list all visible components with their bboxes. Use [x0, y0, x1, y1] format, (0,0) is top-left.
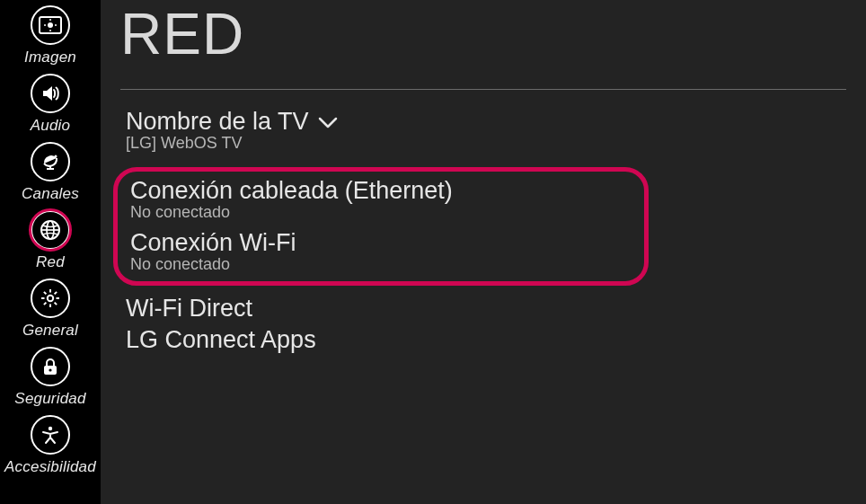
chevron-down-icon	[318, 108, 338, 136]
setting-wifi-direct[interactable]: Wi-Fi Direct	[126, 289, 846, 326]
sidebar-item-label: Imagen	[24, 49, 76, 66]
row-label: Wi-Fi Direct	[126, 295, 252, 323]
svg-line-19	[44, 303, 47, 305]
row-label: LG Connect Apps	[126, 326, 316, 354]
row-label: Conexión Wi-Fi	[130, 229, 296, 257]
sidebar-item-label: General	[22, 322, 78, 340]
accessibility-icon	[31, 415, 70, 455]
sidebar: Imagen Audio C	[0, 0, 101, 504]
svg-point-9	[41, 221, 59, 239]
dish-icon	[31, 142, 70, 181]
brightness-icon	[31, 5, 70, 45]
row-status: No conectado	[130, 203, 632, 222]
sidebar-item-label: Audio	[31, 117, 70, 135]
setting-ethernet[interactable]: Conexión cableada (Ethernet) No conectad…	[130, 175, 632, 227]
svg-point-10	[47, 221, 54, 239]
sidebar-item-label: Accesibilidad	[4, 458, 96, 476]
sidebar-item-red[interactable]: Red	[0, 210, 101, 271]
speaker-icon	[31, 74, 70, 113]
setting-lg-connect[interactable]: LG Connect Apps	[126, 326, 846, 363]
sidebar-item-general[interactable]: General	[0, 279, 101, 340]
sidebar-item-label: Red	[36, 253, 65, 271]
globe-icon	[31, 210, 70, 250]
page-title: RED	[120, 0, 846, 69]
divider	[120, 89, 846, 90]
svg-line-17	[44, 292, 47, 295]
setting-tv-name[interactable]: Nombre de la TV [LG] WebOS TV	[126, 104, 846, 162]
svg-point-22	[49, 368, 51, 371]
svg-point-1	[48, 22, 53, 28]
sidebar-item-seguridad[interactable]: Seguridad	[0, 347, 101, 408]
sidebar-item-label: Canales	[22, 185, 79, 203]
highlight-box: Conexión cableada (Ethernet) No conectad…	[113, 167, 649, 286]
setting-wifi[interactable]: Conexión Wi-Fi No conectado	[130, 227, 632, 276]
sidebar-item-audio[interactable]: Audio	[0, 74, 101, 135]
settings-app: Imagen Audio C	[0, 0, 866, 504]
row-value: [LG] WebOS TV	[126, 134, 846, 153]
lock-icon	[31, 347, 70, 386]
gear-icon	[31, 279, 70, 318]
main-panel: RED Nombre de la TV [LG] WebOS TV Conexi…	[101, 0, 866, 504]
svg-point-8	[55, 155, 57, 158]
svg-point-23	[49, 427, 52, 430]
sidebar-item-accesibilidad[interactable]: Accesibilidad	[0, 415, 101, 476]
settings-list: Nombre de la TV [LG] WebOS TV Conexión c…	[120, 104, 846, 363]
svg-line-20	[55, 292, 57, 295]
row-label: Conexión cableada (Ethernet)	[130, 177, 453, 205]
row-status: No conectado	[130, 255, 632, 274]
svg-line-18	[55, 303, 57, 305]
sidebar-item-imagen[interactable]: Imagen	[0, 5, 101, 66]
row-label: Nombre de la TV	[126, 108, 309, 136]
svg-point-12	[48, 296, 53, 301]
sidebar-item-label: Seguridad	[14, 390, 85, 408]
sidebar-item-canales[interactable]: Canales	[0, 142, 101, 203]
